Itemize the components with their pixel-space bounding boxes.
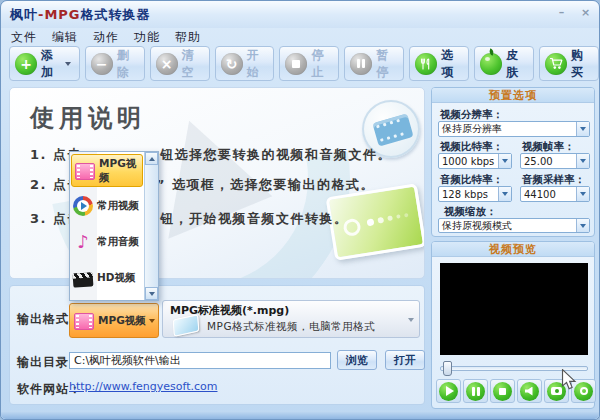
resolution-label: 视频分辨率： [440, 108, 503, 122]
mpg-film-icon [75, 163, 95, 180]
combo-dropdown-button[interactable] [576, 154, 589, 168]
cart-icon [545, 53, 567, 75]
list-item-label: 常用视频 [97, 199, 139, 213]
sample-rate-combobox[interactable]: 44100 [520, 186, 590, 202]
resolution-value: 保持原分辨率 [439, 122, 576, 136]
chevron-down-icon [408, 318, 414, 322]
play-button[interactable] [436, 379, 461, 403]
add-button[interactable]: + 添加 [9, 46, 80, 81]
music-note-icon: ♪ [73, 232, 93, 252]
combo-dropdown-button[interactable] [498, 187, 511, 201]
skin-button-label: 皮肤 [506, 47, 525, 81]
menu-bar: 文件 编辑 动作 功能 帮助 [11, 29, 201, 46]
pause-playback-button[interactable] [463, 379, 488, 403]
sample-rate-value: 44100 [521, 189, 576, 200]
buy-button[interactable]: 购买 [539, 46, 599, 81]
stop-button-label: 停止 [311, 47, 330, 81]
list-item-mpg-video[interactable]: MPG视频 [71, 154, 143, 187]
chevron-down-icon [65, 62, 71, 66]
add-icon: + [15, 53, 37, 75]
triangle-down-icon [580, 159, 586, 163]
buy-button-label: 购买 [571, 47, 590, 81]
window-bottom-edge [1, 411, 599, 419]
framerate-combobox[interactable]: 25.00 [520, 153, 590, 169]
list-item-label: MPG视频 [99, 157, 142, 185]
step1-suffix: 钮选择您要转换的视频和音频文件。 [160, 146, 392, 164]
triangle-up-icon [149, 157, 155, 161]
minimize-button[interactable]: – [553, 5, 570, 20]
options-button-label: 选项 [441, 47, 460, 81]
video-scale-combobox[interactable]: 保持原视频模式 [438, 218, 590, 233]
open-button[interactable]: 打开 [385, 350, 425, 370]
format-dropdown-list: MPG视频 常用视频 ♪ 常用音频 HD视频 [69, 151, 159, 301]
menu-help[interactable]: 帮助 [175, 29, 201, 46]
options-button[interactable]: 选项 [409, 46, 469, 81]
clear-button[interactable]: × 清空 [150, 46, 210, 81]
clear-button-label: 清空 [182, 47, 201, 81]
browse-button[interactable]: 浏览 [337, 350, 377, 370]
chevron-down-icon [149, 319, 155, 323]
triangle-down-icon [502, 159, 508, 163]
slider-thumb[interactable] [443, 361, 452, 376]
combo-dropdown-button[interactable] [576, 122, 589, 136]
stop-button[interactable]: 停止 [279, 46, 339, 81]
video-bitrate-combobox[interactable]: 1000 kbps [438, 153, 512, 169]
delete-button[interactable]: − 删除 [85, 46, 145, 81]
list-item-label: HD视频 [97, 271, 136, 285]
website-link[interactable]: http://www.fengyesoft.com [69, 380, 218, 393]
audio-bitrate-label: 音频比特率： [440, 173, 503, 187]
menu-edit[interactable]: 编辑 [52, 29, 78, 46]
list-item-common-video[interactable]: 常用视频 [70, 188, 144, 224]
triangle-down-icon [580, 192, 586, 196]
scroll-down-button[interactable] [145, 287, 158, 300]
format-detail-combobox[interactable]: MPG标准视频(*.mpg) MPG格式标准视频，电脑常用格式 [162, 300, 420, 338]
triangle-down-icon [580, 224, 586, 228]
film-strip-icon [372, 114, 413, 147]
framerate-value: 25.00 [521, 156, 576, 167]
start-icon: ↻ [221, 53, 243, 75]
title-part3: 格式转换器 [81, 7, 151, 22]
skin-button[interactable]: 皮肤 [474, 46, 534, 81]
output-format-selected: MPG视频 [98, 314, 146, 328]
add-button-label: 添加 [41, 47, 59, 81]
dropdown-scrollbar[interactable] [144, 152, 158, 300]
start-button-label: 开始 [247, 47, 266, 81]
scroll-up-button[interactable] [145, 152, 158, 165]
volume-button[interactable] [517, 379, 542, 403]
output-format-combobox[interactable]: MPG视频 [69, 303, 159, 338]
combo-dropdown-button[interactable] [576, 187, 589, 201]
list-item-common-audio[interactable]: ♪ 常用音频 [70, 224, 144, 260]
close-button[interactable]: × [577, 5, 594, 20]
format-box-icon [173, 314, 200, 337]
output-directory-input[interactable] [69, 352, 331, 369]
apple-icon [480, 53, 502, 75]
title-part1: 枫叶 [10, 7, 38, 22]
clapperboard-icon [73, 272, 94, 287]
menu-function[interactable]: 功能 [134, 29, 160, 46]
resolution-combobox[interactable]: 保持原分辨率 [438, 121, 590, 137]
start-button[interactable]: ↻ 开始 [215, 46, 275, 81]
mpg-film-icon [74, 313, 94, 330]
clear-icon: × [156, 53, 178, 75]
combo-dropdown-button[interactable] [576, 219, 589, 232]
step2-suffix: ” 选项框，选择您要输出的格式。 [156, 176, 375, 194]
app-window: 枫叶-MPG格式转换器 – × 文件 编辑 动作 功能 帮助 + 添加 − 删除… [0, 0, 600, 420]
menu-action[interactable]: 动作 [93, 29, 119, 46]
sample-rate-label: 音频采样率： [522, 173, 585, 187]
toolbar: + 添加 − 删除 × 清空 ↻ 开始 停止 暂停 选项 [9, 46, 599, 81]
pause-button[interactable]: 暂停 [344, 46, 404, 81]
title-bar[interactable]: 枫叶-MPG格式转换器 – × [1, 1, 599, 28]
options-icon [415, 53, 437, 75]
play-ring-icon [73, 196, 93, 216]
combo-dropdown-button[interactable] [498, 154, 511, 168]
menu-file[interactable]: 文件 [11, 29, 37, 46]
audio-bitrate-value: 128 kbps [439, 189, 498, 200]
triangle-down-icon [149, 292, 155, 296]
list-item-hd-video[interactable]: HD视频 [70, 260, 144, 296]
delete-button-label: 删除 [117, 47, 136, 81]
video-bitrate-value: 1000 kbps [439, 156, 498, 167]
stop-playback-button[interactable] [490, 379, 515, 403]
audio-bitrate-combobox[interactable]: 128 kbps [438, 186, 512, 202]
framerate-label: 视频帧率： [522, 140, 575, 154]
list-item-label: 常用音频 [97, 235, 139, 249]
